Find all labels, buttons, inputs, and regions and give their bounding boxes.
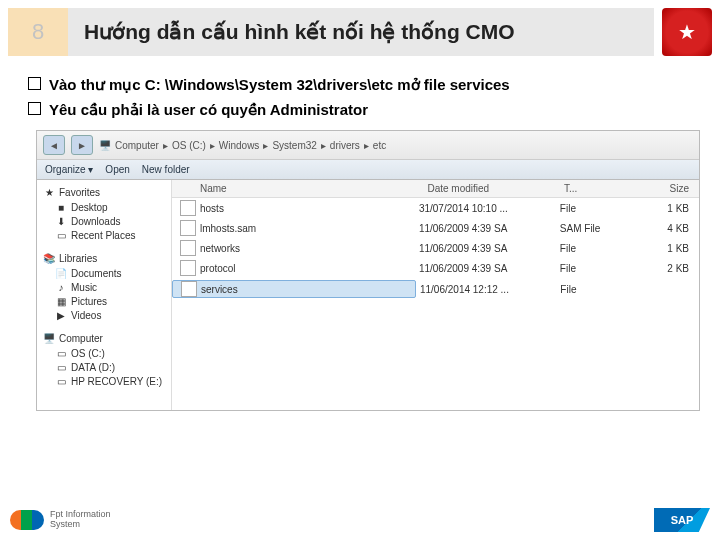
col-date[interactable]: Date modified <box>427 183 563 194</box>
file-size: 2 KB <box>630 263 699 274</box>
bullet-text: Vào thư mục C: \Windows\System 32\driver… <box>49 74 510 95</box>
nav-computer[interactable]: 🖥️Computer <box>39 330 169 346</box>
slide-number: 8 <box>8 8 68 56</box>
download-icon: ⬇ <box>55 215 67 227</box>
crumb-seg[interactable]: etc <box>373 140 386 151</box>
file-row[interactable]: services11/06/2014 12:12 ...File <box>172 278 699 300</box>
file-row[interactable]: lmhosts.sam11/06/2009 4:39 SASAM File4 K… <box>172 218 699 238</box>
library-icon: 📚 <box>43 252 55 264</box>
square-bullet-icon <box>28 102 41 115</box>
computer-icon: 🖥️ <box>43 332 55 344</box>
newfolder-button[interactable]: New folder <box>142 164 190 175</box>
file-size: 1 KB <box>630 243 699 254</box>
drive-icon: ▭ <box>55 347 67 359</box>
file-date: 11/06/2009 4:39 SA <box>419 243 560 254</box>
nav-item-pictures[interactable]: ▦Pictures <box>39 294 169 308</box>
explorer-screenshot: ◄ ► 🖥️ Computer ▸ OS (C:) ▸ Windows ▸ Sy… <box>36 130 700 411</box>
slide-title: Hướng dẫn cấu hình kết nối hệ thống CMO <box>68 8 654 56</box>
explorer-toolbar: Organize ▾ Open New folder <box>37 160 699 180</box>
file-date: 11/06/2009 4:39 SA <box>419 263 560 274</box>
forward-button[interactable]: ► <box>71 135 93 155</box>
col-name[interactable]: Name <box>172 183 427 194</box>
sap-logo: SAP <box>654 508 710 532</box>
column-headers: Name Date modified T... Size <box>172 180 699 198</box>
file-row[interactable]: protocol11/06/2009 4:39 SAFile2 KB <box>172 258 699 278</box>
explorer-body: ★Favorites ■Desktop ⬇Downloads ▭Recent P… <box>37 180 699 410</box>
drive-icon: ▭ <box>55 361 67 373</box>
back-button[interactable]: ◄ <box>43 135 65 155</box>
doc-icon: 📄 <box>55 267 67 279</box>
explorer-address-bar: ◄ ► 🖥️ Computer ▸ OS (C:) ▸ Windows ▸ Sy… <box>37 131 699 160</box>
video-icon: ▶ <box>55 309 67 321</box>
nav-item-recent[interactable]: ▭Recent Places <box>39 228 169 242</box>
bullet-list: Vào thư mục C: \Windows\System 32\driver… <box>28 74 700 120</box>
file-icon <box>180 200 196 216</box>
nav-libraries[interactable]: 📚Libraries <box>39 250 169 266</box>
nav-item-documents[interactable]: 📄Documents <box>39 266 169 280</box>
picture-icon: ▦ <box>55 295 67 307</box>
crumb-seg[interactable]: System32 <box>272 140 316 151</box>
drive-icon: ▭ <box>55 375 67 387</box>
bullet-text: Yêu cầu phải là user có quyền Administra… <box>49 99 368 120</box>
file-size: 4 KB <box>630 223 699 234</box>
bullet-item: Yêu cầu phải là user có quyền Administra… <box>28 99 700 120</box>
file-name: services <box>201 284 238 295</box>
file-name: protocol <box>200 263 236 274</box>
file-row[interactable]: networks11/06/2009 4:39 SAFile1 KB <box>172 238 699 258</box>
file-name: lmhosts.sam <box>200 223 256 234</box>
square-bullet-icon <box>28 77 41 90</box>
nav-item-desktop[interactable]: ■Desktop <box>39 200 169 214</box>
desktop-icon: ■ <box>55 201 67 213</box>
nav-item-recovery-e[interactable]: ▭HP RECOVERY (E:) <box>39 374 169 388</box>
star-icon: ★ <box>43 186 55 198</box>
red-badge-logo: ★ <box>662 8 712 56</box>
nav-item-music[interactable]: ♪Music <box>39 280 169 294</box>
fpt-logo: Fpt Information System <box>10 510 111 530</box>
organize-button[interactable]: Organize ▾ <box>45 164 93 175</box>
file-icon <box>180 220 196 236</box>
recent-icon: ▭ <box>55 229 67 241</box>
file-icon <box>180 260 196 276</box>
file-name: hosts <box>200 203 224 214</box>
file-date: 31/07/2014 10:10 ... <box>419 203 560 214</box>
file-icon <box>181 281 197 297</box>
nav-item-downloads[interactable]: ⬇Downloads <box>39 214 169 228</box>
file-list: Name Date modified T... Size hosts31/07/… <box>172 180 699 410</box>
col-size[interactable]: Size <box>632 183 699 194</box>
slide-header: 8 Hướng dẫn cấu hình kết nối hệ thống CM… <box>8 8 712 56</box>
file-name: networks <box>200 243 240 254</box>
crumb-seg[interactable]: Computer <box>115 140 159 151</box>
file-type: SAM File <box>560 223 630 234</box>
slide-footer: Fpt Information System SAP <box>10 508 710 532</box>
fpt-blob-icon <box>10 510 44 530</box>
file-row[interactable]: hosts31/07/2014 10:10 ...File1 KB <box>172 198 699 218</box>
crumb-seg[interactable]: OS (C:) <box>172 140 206 151</box>
file-date: 11/06/2014 12:12 ... <box>420 284 560 295</box>
file-type: File <box>560 263 630 274</box>
music-icon: ♪ <box>55 281 67 293</box>
open-button[interactable]: Open <box>105 164 129 175</box>
file-type: File <box>560 203 630 214</box>
crumb-seg[interactable]: Windows <box>219 140 260 151</box>
nav-favorites[interactable]: ★Favorites <box>39 184 169 200</box>
nav-item-os-c[interactable]: ▭OS (C:) <box>39 346 169 360</box>
fpt-text: Fpt Information System <box>50 510 111 530</box>
nav-item-videos[interactable]: ▶Videos <box>39 308 169 322</box>
file-date: 11/06/2009 4:39 SA <box>419 223 560 234</box>
file-type: File <box>560 284 630 295</box>
nav-item-data-d[interactable]: ▭DATA (D:) <box>39 360 169 374</box>
navigation-pane: ★Favorites ■Desktop ⬇Downloads ▭Recent P… <box>37 180 172 410</box>
breadcrumb[interactable]: 🖥️ Computer ▸ OS (C:) ▸ Windows ▸ System… <box>99 139 693 151</box>
col-type[interactable]: T... <box>564 183 632 194</box>
computer-icon: 🖥️ <box>99 139 111 151</box>
file-type: File <box>560 243 630 254</box>
crumb-seg[interactable]: drivers <box>330 140 360 151</box>
file-icon <box>180 240 196 256</box>
bullet-item: Vào thư mục C: \Windows\System 32\driver… <box>28 74 700 95</box>
file-size: 1 KB <box>630 203 699 214</box>
